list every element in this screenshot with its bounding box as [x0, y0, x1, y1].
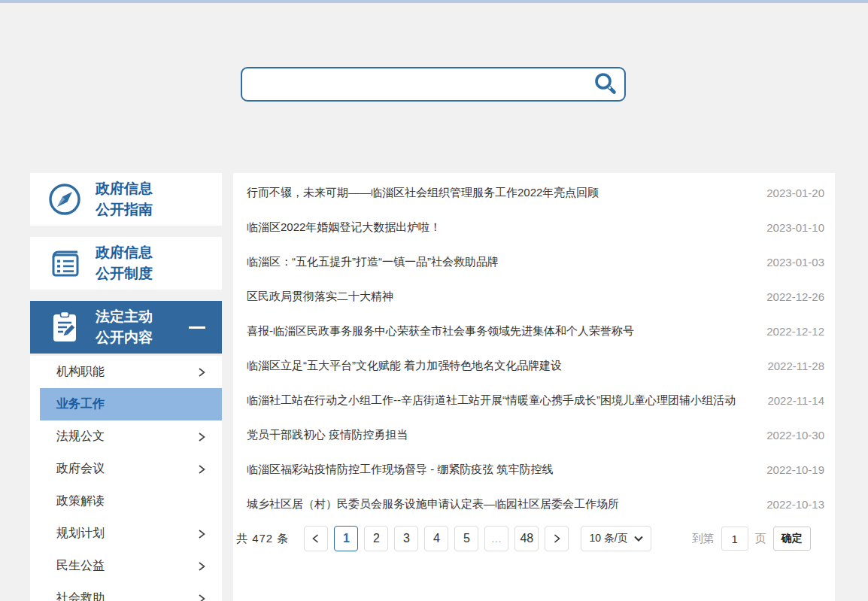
article-row[interactable]: 党员干部践初心 疫情防控勇担当 2022-10-30 — [233, 417, 835, 452]
submenu-label: 政策解读 — [56, 493, 105, 509]
chevron-right-icon — [196, 367, 207, 378]
article-title: 行而不辍，未来可期——临淄区社会组织管理服务工作2022年亮点回顾 — [247, 175, 748, 210]
article-title: 临淄区：“五化五提升”打造“一镇一品”社会救助品牌 — [247, 244, 748, 279]
submenu-label: 社会救助 — [56, 590, 105, 601]
chevron-down-icon — [634, 536, 643, 542]
chevron-right-icon — [196, 593, 207, 601]
article-row[interactable]: 喜报-临淄区民政事务服务中心荣获全市社会事务领域先进集体和个人荣誉称号 2022… — [233, 314, 835, 348]
confirm-button[interactable]: 确定 — [773, 527, 811, 551]
article-title: 党员干部践初心 疫情防控勇担当 — [247, 417, 748, 452]
chevron-left-icon — [311, 533, 321, 544]
article-title: 临淄区福彩站疫情防控工作现场督导 - 绷紧防疫弦 筑牢防控线 — [247, 452, 748, 487]
sidebar-item-jigouzhineng[interactable]: 机构职能 — [30, 356, 222, 388]
page-size-value: 10 条/页 — [589, 532, 627, 545]
page-button-3[interactable]: 3 — [394, 526, 418, 551]
search-box — [241, 67, 626, 102]
submenu-label: 政府会议 — [56, 461, 105, 477]
sidebar-item-faguigongwen[interactable]: 法规公文 — [30, 420, 222, 453]
sidebar-section-open-guide[interactable]: 政府信息 公开指南 — [30, 173, 222, 226]
sidebar-section-label: 政府信息 公开制度 — [96, 242, 153, 284]
sidebar-section-open-system[interactable]: 政府信息 公开制度 — [30, 237, 222, 290]
page-button-5[interactable]: 5 — [454, 526, 478, 551]
compass-icon — [47, 181, 83, 217]
article-date: 2023-01-10 — [761, 221, 824, 234]
chevron-right-icon — [196, 432, 207, 442]
article-title: 临淄区2022年婚姻登记大数据出炉啦！ — [247, 210, 748, 244]
article-title: 城乡社区居（村）民委员会服务设施申请认定表—临园社区居委会工作场所 — [247, 487, 748, 521]
article-list-panel: 行而不辍，未来可期——临淄区社会组织管理服务工作2022年亮点回顾 2023-0… — [233, 173, 835, 601]
article-row[interactable]: 临淄社工站在行动之小组工作--辛店街道社工站开展“情暖童心携手成长”困境儿童心理… — [233, 383, 835, 417]
search-icon — [593, 71, 618, 97]
collapse-minus-icon — [189, 326, 205, 329]
page-ellipsis-button[interactable]: ... — [484, 526, 508, 551]
submenu-label: 业务工作 — [56, 396, 105, 412]
search-input[interactable] — [253, 68, 593, 100]
submenu-label: 机构职能 — [56, 364, 105, 380]
goto-prefix-label: 到第 — [692, 532, 715, 546]
sidebar-section-label: 政府信息 公开指南 — [96, 178, 153, 220]
search-button[interactable] — [593, 71, 618, 97]
sidebar-item-zhengcejiedu[interactable]: 政策解读 — [30, 485, 222, 518]
article-date: 2022-12-12 — [761, 325, 824, 338]
article-date: 2023-01-03 — [761, 256, 824, 269]
article-date: 2022-10-30 — [761, 429, 824, 442]
chevron-right-icon — [196, 529, 207, 539]
goto-unit-label: 页 — [755, 532, 766, 546]
article-date: 2022-11-14 — [761, 394, 824, 407]
sidebar-item-yewugongzuo[interactable]: 业务工作 — [40, 388, 222, 420]
pagination-bar: 共 472 条 1 2 3 4 5 ... 48 10 条/页 — [233, 526, 835, 566]
article-title: 临淄区立足“五大平台”文化赋能 着力加强特色地名文化品牌建设 — [247, 348, 748, 383]
article-row[interactable]: 区民政局贯彻落实二十大精神 2022-12-26 — [233, 279, 835, 314]
article-date: 2022-10-19 — [761, 463, 824, 476]
clipboard-pen-icon — [47, 309, 83, 345]
sidebar: 政府信息 公开指南 政府信息 公开制度 — [30, 173, 222, 601]
submenu-label: 法规公文 — [56, 429, 105, 445]
sidebar-section-label: 法定主动 公开内容 — [96, 306, 153, 348]
page-header — [0, 3, 868, 173]
page-button-48[interactable]: 48 — [514, 526, 539, 551]
article-row[interactable]: 行而不辍，未来可期——临淄区社会组织管理服务工作2022年亮点回顾 2023-0… — [233, 175, 835, 210]
next-page-button[interactable] — [545, 526, 569, 551]
article-date: 2022-12-26 — [761, 290, 824, 303]
submenu-label: 民生公益 — [56, 558, 105, 574]
ledger-book-icon — [47, 245, 83, 281]
article-date: 2022-11-28 — [761, 360, 824, 372]
article-title: 喜报-临淄区民政事务服务中心荣获全市社会事务领域先进集体和个人荣誉称号 — [247, 314, 748, 348]
sidebar-item-zhengfuhuiyi[interactable]: 政府会议 — [30, 453, 222, 485]
chevron-right-icon — [196, 561, 207, 572]
article-title: 临淄社工站在行动之小组工作--辛店街道社工站开展“情暖童心携手成长”困境儿童心理… — [247, 383, 748, 417]
sidebar-submenu: 机构职能 业务工作 法规公文 政府会议 政策解读 — [30, 356, 222, 601]
prev-page-button[interactable] — [304, 526, 328, 551]
page-button-2[interactable]: 2 — [364, 526, 388, 551]
main-layout: 政府信息 公开指南 政府信息 公开制度 — [0, 173, 868, 601]
article-row[interactable]: 临淄区福彩站疫情防控工作现场督导 - 绷紧防疫弦 筑牢防控线 2022-10-1… — [233, 452, 835, 487]
chevron-right-icon — [551, 533, 562, 544]
article-row[interactable]: 临淄区2022年婚姻登记大数据出炉啦！ 2023-01-10 — [233, 210, 835, 244]
total-count-label: 共 472 条 — [236, 532, 289, 546]
goto-page-input[interactable] — [721, 527, 748, 551]
sidebar-section-statutory-disclosure[interactable]: 法定主动 公开内容 — [30, 301, 222, 354]
sidebar-item-guihuajihua[interactable]: 规划计划 — [30, 518, 222, 550]
sidebar-item-minshenggongyi[interactable]: 民生公益 — [30, 550, 222, 582]
article-date: 2023-01-20 — [761, 187, 824, 199]
goto-page-group: 到第 页 确定 — [692, 527, 811, 551]
article-title: 区民政局贯彻落实二十大精神 — [247, 279, 748, 314]
submenu-label: 规划计划 — [56, 526, 105, 542]
article-row[interactable]: 城乡社区居（村）民委员会服务设施申请认定表—临园社区居委会工作场所 2022-1… — [233, 487, 835, 521]
page-button-1[interactable]: 1 — [334, 526, 358, 551]
page-button-4[interactable]: 4 — [424, 526, 448, 551]
article-row[interactable]: 临淄区立足“五大平台”文化赋能 着力加强特色地名文化品牌建设 2022-11-2… — [233, 348, 835, 383]
chevron-right-icon — [196, 464, 207, 475]
article-row[interactable]: 临淄区：“五化五提升”打造“一镇一品”社会救助品牌 2023-01-03 — [233, 244, 835, 279]
article-date: 2022-10-13 — [761, 498, 824, 511]
sidebar-item-shehuijiuzhu[interactable]: 社会救助 — [30, 582, 222, 601]
page-size-select[interactable]: 10 条/页 — [581, 526, 651, 551]
